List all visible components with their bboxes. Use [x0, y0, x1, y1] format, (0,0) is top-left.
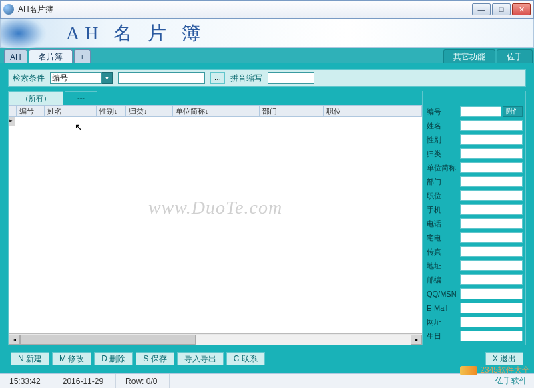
scroll-left-icon[interactable]: ◂	[9, 335, 20, 345]
tab-ah[interactable]: AH	[4, 49, 27, 63]
detail-input-zip[interactable]	[460, 274, 523, 285]
grid-body[interactable]: www.DuoTe.com	[9, 117, 422, 333]
button-bar: N 新建 M 修改 D 删除 S 保存 导入导出 C 联系 X 退出	[8, 349, 526, 368]
tab-other-functions[interactable]: 其它功能	[443, 49, 495, 63]
attachment-button[interactable]: 附件	[503, 106, 523, 117]
grid-header: 编号 姓名 性别↓ 归类↓ 单位简称↓ 部门 职位	[9, 105, 422, 117]
detail-input-category[interactable]	[460, 148, 523, 159]
detail-input-website[interactable]	[460, 317, 523, 327]
detail-input-birthday[interactable]	[460, 331, 523, 341]
detail-row: 宅电	[427, 231, 523, 244]
detail-label: 部门	[427, 177, 460, 187]
search-bar: 检索条件 ▼ ... 拼音缩写	[8, 69, 526, 87]
chevron-down-icon[interactable]: ▼	[102, 72, 113, 84]
detail-label: 性别	[427, 135, 460, 145]
detail-label: 归类	[427, 149, 460, 159]
scroll-track[interactable]	[20, 335, 411, 345]
statusbar: 15:33:42 2016-11-29 Row: 0/0 佐手软件	[0, 373, 534, 388]
detail-label: 宅电	[427, 233, 460, 243]
detail-label: 职位	[427, 191, 460, 201]
tabstrip: AH 名片簿 + 其它功能 佐手	[0, 48, 534, 63]
scroll-right-icon[interactable]: ▸	[411, 335, 422, 345]
detail-row: 单位简称	[427, 161, 523, 174]
col-name[interactable]: 姓名	[45, 106, 97, 116]
delete-button[interactable]: D 删除	[94, 352, 133, 365]
banner: AH 名 片 簿	[0, 19, 534, 48]
pinyin-label: 拼音缩写	[230, 73, 262, 84]
grid-row-selector-head[interactable]	[9, 106, 17, 116]
import-export-button[interactable]: 导入导出	[177, 352, 224, 365]
detail-input-fax[interactable]	[460, 246, 523, 257]
grid-filter-tabs: （所有） ---	[9, 91, 422, 105]
banner-graphic	[1, 19, 61, 48]
status-brand: 佐手软件	[495, 375, 534, 387]
detail-input-title[interactable]	[460, 190, 523, 201]
detail-label: QQ/MSN	[427, 290, 460, 298]
detail-row: QQ/MSN	[427, 287, 523, 301]
detail-row: 生日	[427, 329, 523, 343]
detail-input-dept[interactable]	[460, 176, 523, 187]
status-date: 2016-11-29	[53, 374, 116, 388]
scroll-thumb[interactable]	[20, 335, 196, 345]
detail-row: 姓名	[427, 119, 523, 132]
col-title[interactable]: 职位	[324, 106, 422, 116]
search-value-input[interactable]	[118, 72, 205, 84]
window-title: AH名片簿	[18, 4, 472, 15]
detail-label: 手机	[427, 205, 460, 215]
detail-label: 电话	[427, 219, 460, 229]
maximize-button[interactable]: □	[492, 3, 511, 15]
tab-add[interactable]: +	[74, 49, 91, 63]
detail-input-gender[interactable]	[460, 134, 523, 145]
tab-cards[interactable]: 名片簿	[29, 49, 73, 63]
pinyin-input[interactable]	[268, 72, 314, 84]
watermark-text: www.DuoTe.com	[148, 197, 282, 218]
detail-input-id[interactable]	[460, 106, 501, 117]
detail-input-homephone[interactable]	[460, 232, 523, 243]
titlebar: AH名片簿 — □ ✕	[0, 0, 534, 19]
detail-input-qqmsn[interactable]	[460, 288, 523, 299]
current-row-marker	[9, 117, 15, 126]
col-gender[interactable]: 性别↓	[97, 106, 126, 116]
search-field-input[interactable]	[50, 72, 102, 84]
detail-input-address[interactable]	[460, 260, 523, 271]
search-field-combo[interactable]: ▼	[50, 72, 113, 84]
detail-label: 单位简称	[427, 163, 460, 173]
col-category[interactable]: 归类↓	[126, 106, 173, 116]
col-dept[interactable]: 部门	[260, 106, 324, 116]
detail-label: 姓名	[427, 121, 460, 131]
detail-input-phone[interactable]	[460, 218, 523, 229]
detail-input-company[interactable]	[460, 162, 523, 173]
search-label: 检索条件	[13, 73, 45, 84]
close-button[interactable]: ✕	[512, 3, 531, 15]
detail-label: 邮编	[427, 275, 460, 285]
detail-input-mobile[interactable]	[460, 204, 523, 215]
app-icon	[3, 4, 14, 15]
col-company[interactable]: 单位简称↓	[173, 106, 260, 116]
detail-panel: 编号 附件 姓名 性别 归类 单位简称 部门 职位 手机 电话 宅电 传真 地址…	[423, 91, 526, 345]
save-button[interactable]: S 保存	[136, 352, 174, 365]
grid-tab-all[interactable]: （所有）	[9, 91, 63, 105]
detail-row: 归类	[427, 147, 523, 160]
detail-input-name[interactable]	[460, 120, 523, 131]
status-row: Row: 0/0	[116, 374, 170, 388]
detail-row: 职位	[427, 189, 523, 202]
tab-helper[interactable]: 佐手	[497, 49, 533, 63]
window-controls: — □ ✕	[472, 3, 531, 15]
detail-row-id: 编号 附件	[427, 105, 523, 118]
col-id[interactable]: 编号	[17, 106, 45, 116]
edit-button[interactable]: M 修改	[52, 352, 91, 365]
grid-panel: （所有） --- 编号 姓名 性别↓ 归类↓ 单位简称↓ 部门 职位 www.D…	[8, 91, 423, 345]
detail-label: 生日	[427, 331, 460, 341]
detail-label: 网址	[427, 317, 460, 327]
detail-label: 传真	[427, 247, 460, 257]
exit-button[interactable]: X 退出	[485, 352, 523, 365]
horizontal-scrollbar[interactable]: ◂ ▸	[9, 333, 422, 345]
detail-row: 邮编	[427, 273, 523, 286]
detail-row: 传真	[427, 245, 523, 258]
grid-tab-dash[interactable]: ---	[65, 91, 97, 105]
detail-input-email[interactable]	[460, 303, 523, 313]
new-button[interactable]: N 新建	[11, 352, 49, 365]
search-browse-button[interactable]: ...	[210, 72, 225, 84]
minimize-button[interactable]: —	[472, 3, 491, 15]
contact-button[interactable]: C 联系	[226, 352, 265, 365]
